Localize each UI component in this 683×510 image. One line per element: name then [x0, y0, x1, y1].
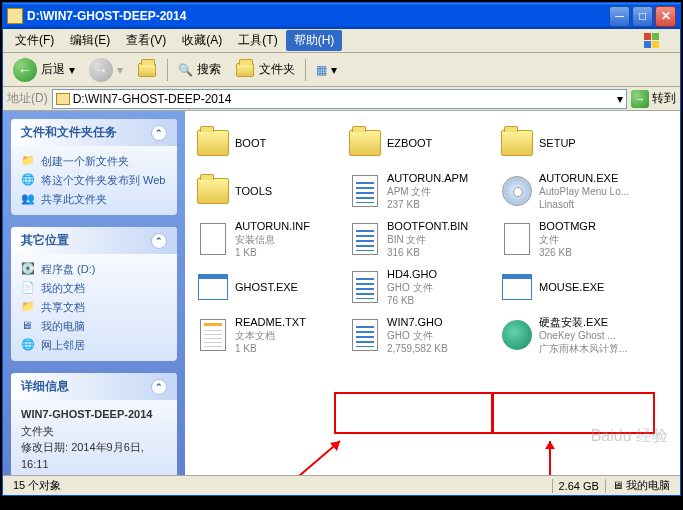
computer-icon: 🖥: [612, 479, 623, 491]
file-icon: [352, 223, 378, 255]
chevron-up-icon: ⌃: [151, 125, 167, 141]
file-name: BOOT: [235, 136, 343, 150]
details-panel: 详细信息 ⌃ WIN7-GHOST-DEEP-2014 文件夹 修改日期: 20…: [11, 373, 177, 475]
file-view[interactable]: BOOTEZBOOTSETUPTOOLSAUTORUN.APMAPM 文件237…: [185, 111, 680, 475]
close-button[interactable]: ✕: [655, 6, 676, 27]
file-icon: [200, 223, 226, 255]
folders-button[interactable]: 文件夹: [229, 56, 301, 84]
place-icon: 📁: [21, 300, 35, 314]
file-name: BOOTFONT.BIN: [387, 219, 495, 233]
task-icon: 👥: [21, 192, 35, 206]
folder-up-icon: [137, 60, 157, 80]
file-item[interactable]: SETUP: [497, 119, 649, 167]
back-button[interactable]: ← 后退 ▾: [7, 56, 81, 84]
place-label: 程序盘 (D:): [41, 262, 95, 277]
chevron-down-icon: ▾: [331, 63, 337, 77]
file-item[interactable]: GHOST.EXE: [193, 263, 345, 311]
file-item[interactable]: AUTORUN.APMAPM 文件237 KB: [345, 167, 497, 215]
file-item[interactable]: MOUSE.EXE: [497, 263, 649, 311]
file-meta: 316 KB: [387, 246, 495, 259]
file-icon: [352, 175, 378, 207]
minimize-button[interactable]: ─: [609, 6, 630, 27]
svg-marker-7: [545, 441, 555, 449]
tasks-panel: 文件和文件夹任务 ⌃ 📁创建一个新文件夹🌐将这个文件夹发布到 Web👥共享此文件…: [11, 119, 177, 215]
file-item[interactable]: BOOT: [193, 119, 345, 167]
place-item[interactable]: 💽程序盘 (D:): [21, 260, 167, 279]
file-item[interactable]: EZBOOT: [345, 119, 497, 167]
file-item[interactable]: BOOTMGR文件326 KB: [497, 215, 649, 263]
address-input[interactable]: D:\WIN7-GHOST-DEEP-2014 ▾: [52, 89, 627, 109]
file-meta: 文本文档: [235, 329, 343, 342]
file-item[interactable]: 硬盘安装.EXEOneKey Ghost ...广东雨林木风计算...: [497, 311, 649, 359]
place-item[interactable]: 🌐网上邻居: [21, 336, 167, 355]
folder-icon: [349, 130, 381, 156]
menubar: 文件(F) 编辑(E) 查看(V) 收藏(A) 工具(T) 帮助(H): [3, 29, 680, 53]
places-panel-header[interactable]: 其它位置 ⌃: [11, 227, 177, 254]
place-item[interactable]: 📄我的文档: [21, 279, 167, 298]
file-meta: 文件: [539, 233, 647, 246]
explorer-window: D:\WIN7-GHOST-DEEP-2014 ─ □ ✕ 文件(F) 编辑(E…: [2, 2, 681, 496]
task-item[interactable]: 📁创建一个新文件夹: [21, 152, 167, 171]
place-icon: 💽: [21, 262, 35, 276]
sidebar: 文件和文件夹任务 ⌃ 📁创建一个新文件夹🌐将这个文件夹发布到 Web👥共享此文件…: [3, 111, 185, 475]
menu-view[interactable]: 查看(V): [118, 30, 174, 51]
menu-help[interactable]: 帮助(H): [286, 30, 343, 51]
file-name: WIN7.GHO: [387, 315, 495, 329]
file-meta: BIN 文件: [387, 233, 495, 246]
views-button[interactable]: ▦ ▾: [310, 56, 343, 84]
file-item[interactable]: AUTORUN.INF安装信息1 KB: [193, 215, 345, 263]
places-panel: 其它位置 ⌃ 💽程序盘 (D:)📄我的文档📁共享文档🖥我的电脑🌐网上邻居: [11, 227, 177, 361]
folder-icon: [56, 93, 70, 105]
details-panel-header[interactable]: 详细信息 ⌃: [11, 373, 177, 400]
search-button[interactable]: 🔍 搜索: [172, 56, 227, 84]
tasks-panel-header[interactable]: 文件和文件夹任务 ⌃: [11, 119, 177, 146]
file-icon: [352, 319, 378, 351]
place-label: 我的文档: [41, 281, 85, 296]
file-name: MOUSE.EXE: [539, 280, 647, 294]
views-icon: ▦: [316, 63, 327, 77]
maximize-button[interactable]: □: [632, 6, 653, 27]
file-item[interactable]: WIN7.GHOGHO 文件2,759,582 KB: [345, 311, 497, 359]
task-item[interactable]: 👥共享此文件夹: [21, 190, 167, 209]
file-item[interactable]: README.TXT文本文档1 KB: [193, 311, 345, 359]
forward-button[interactable]: → ▾: [83, 56, 129, 84]
place-label: 网上邻居: [41, 338, 85, 353]
file-meta: GHO 文件: [387, 329, 495, 342]
chevron-down-icon[interactable]: ▾: [617, 92, 623, 106]
titlebar[interactable]: D:\WIN7-GHOST-DEEP-2014 ─ □ ✕: [3, 3, 680, 29]
place-icon: 📄: [21, 281, 35, 295]
place-item[interactable]: 🖥我的电脑: [21, 317, 167, 336]
highlight-win7gho: [334, 392, 494, 434]
svg-rect-0: [644, 33, 651, 40]
chevron-up-icon: ⌃: [151, 379, 167, 395]
toolbar: ← 后退 ▾ → ▾ 🔍 搜索 文件夹 ▦ ▾: [3, 53, 680, 87]
task-label: 将这个文件夹发布到 Web: [41, 173, 165, 188]
go-button[interactable]: → 转到: [631, 90, 676, 108]
tasks-panel-title: 文件和文件夹任务: [21, 124, 117, 141]
place-item[interactable]: 📁共享文档: [21, 298, 167, 317]
file-item[interactable]: TOOLS: [193, 167, 345, 215]
menu-tools[interactable]: 工具(T): [230, 30, 285, 51]
menu-file[interactable]: 文件(F): [7, 30, 62, 51]
details-panel-title: 详细信息: [21, 378, 69, 395]
file-meta: 1 KB: [235, 246, 343, 259]
file-name: AUTORUN.INF: [235, 219, 343, 233]
windows-logo-icon: [638, 31, 676, 51]
file-icon: [504, 223, 530, 255]
go-label: 转到: [652, 90, 676, 107]
file-item[interactable]: AUTORUN.EXEAutoPlay Menu Lo...Linasoft: [497, 167, 649, 215]
task-item[interactable]: 🌐将这个文件夹发布到 Web: [21, 171, 167, 190]
menu-favorites[interactable]: 收藏(A): [174, 30, 230, 51]
folder-icon: [7, 8, 23, 24]
file-name: 硬盘安装.EXE: [539, 315, 647, 329]
svg-rect-1: [652, 33, 659, 40]
file-item[interactable]: BOOTFONT.BINBIN 文件316 KB: [345, 215, 497, 263]
arrow-right-icon: [525, 433, 575, 475]
file-name: AUTORUN.EXE: [539, 171, 647, 185]
forward-icon: →: [89, 58, 113, 82]
up-button[interactable]: [131, 56, 163, 84]
file-name: EZBOOT: [387, 136, 495, 150]
file-item[interactable]: HD4.GHOGHO 文件76 KB: [345, 263, 497, 311]
highlight-installer: [491, 392, 655, 434]
menu-edit[interactable]: 编辑(E): [62, 30, 118, 51]
